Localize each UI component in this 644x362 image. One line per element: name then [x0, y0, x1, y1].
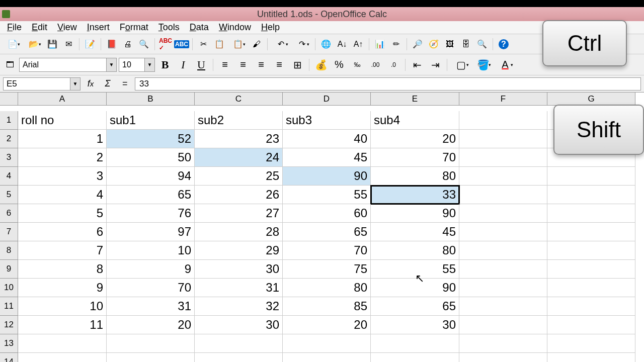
- delete-decimal-button[interactable]: .0: [385, 57, 401, 72]
- cell-D13[interactable]: [283, 334, 371, 353]
- cell-C13[interactable]: [195, 334, 283, 353]
- cell-E12[interactable]: 30: [371, 316, 459, 334]
- menu-file[interactable]: File: [2, 21, 27, 34]
- cell-C6[interactable]: 27: [195, 204, 283, 223]
- cell-E8[interactable]: 80: [371, 241, 459, 260]
- sort-desc-button[interactable]: A↑: [351, 37, 365, 51]
- bold-button[interactable]: B: [157, 57, 173, 72]
- cell-G11[interactable]: [547, 297, 635, 316]
- underline-button[interactable]: U: [193, 57, 209, 72]
- cell-G4[interactable]: [547, 167, 635, 186]
- menu-edit[interactable]: Edit: [27, 21, 52, 34]
- menu-insert[interactable]: Insert: [82, 21, 115, 34]
- function-wizard-button[interactable]: fx: [84, 77, 98, 90]
- cell-C4[interactable]: 25: [195, 167, 283, 186]
- cell-C8[interactable]: 29: [195, 241, 283, 260]
- cell-E4[interactable]: 80: [371, 167, 459, 186]
- cell-D12[interactable]: 20: [283, 316, 371, 334]
- find-button[interactable]: 🔎: [411, 37, 425, 51]
- font-size-combo[interactable]: 10 ▼: [119, 58, 155, 72]
- cell-D10[interactable]: 80: [283, 279, 371, 297]
- merge-cells-button[interactable]: ⊞: [289, 57, 305, 72]
- cell-B11[interactable]: 31: [107, 297, 195, 316]
- cell-B3[interactable]: 50: [107, 148, 195, 167]
- hyperlink-button[interactable]: 🌐: [319, 37, 333, 51]
- cell-A8[interactable]: 7: [18, 241, 107, 260]
- print-preview-button[interactable]: 🔍: [137, 37, 151, 51]
- font-name-combo[interactable]: Arial ▼: [19, 58, 117, 72]
- cell-B9[interactable]: 9: [107, 260, 195, 279]
- cell-B1[interactable]: sub1: [107, 111, 195, 130]
- new-doc-button[interactable]: 📄: [3, 37, 22, 51]
- font-color-button[interactable]: A: [495, 57, 515, 72]
- cell-G8[interactable]: [547, 241, 635, 260]
- col-header-G[interactable]: G: [547, 93, 635, 106]
- cell-B4[interactable]: 94: [107, 167, 195, 186]
- align-center-button[interactable]: ≡: [235, 57, 251, 72]
- cell-D14[interactable]: [283, 353, 371, 362]
- cell-G7[interactable]: [547, 223, 635, 241]
- open-button[interactable]: 📂: [24, 37, 43, 51]
- cell-A12[interactable]: 11: [18, 316, 107, 334]
- function-button[interactable]: =: [118, 77, 132, 90]
- select-all-corner[interactable]: [0, 93, 18, 106]
- navigator-button[interactable]: 🧭: [427, 37, 441, 51]
- edit-file-button[interactable]: 📝: [83, 37, 97, 51]
- bg-color-button[interactable]: 🪣: [473, 57, 493, 72]
- cell-E1[interactable]: sub4: [371, 111, 459, 130]
- cell-D9[interactable]: 75: [283, 260, 371, 279]
- cell-F11[interactable]: [459, 297, 547, 316]
- cell-E5[interactable]: 33: [371, 186, 459, 204]
- row-header-10[interactable]: 10: [0, 279, 18, 297]
- cell-B5[interactable]: 65: [107, 186, 195, 204]
- col-header-A[interactable]: A: [18, 93, 107, 106]
- standard-format-button[interactable]: ‰: [349, 57, 365, 72]
- cell-C14[interactable]: [195, 353, 283, 362]
- cell-C12[interactable]: 30: [195, 316, 283, 334]
- col-header-D[interactable]: D: [283, 93, 371, 106]
- cell-D4[interactable]: 90: [283, 167, 371, 186]
- cell-F10[interactable]: [459, 279, 547, 297]
- styles-button[interactable]: 🗔: [3, 58, 17, 72]
- cell-A11[interactable]: 10: [18, 297, 107, 316]
- cell-C7[interactable]: 28: [195, 223, 283, 241]
- row-header-11[interactable]: 11: [0, 297, 18, 316]
- row-header-7[interactable]: 7: [0, 223, 18, 241]
- cell-D7[interactable]: 65: [283, 223, 371, 241]
- cell-C11[interactable]: 32: [195, 297, 283, 316]
- sum-button[interactable]: Σ: [101, 77, 115, 90]
- cell-G5[interactable]: [547, 186, 635, 204]
- cell-G6[interactable]: [547, 204, 635, 223]
- decrease-indent-button[interactable]: ⇤: [409, 57, 425, 72]
- row-header-5[interactable]: 5: [0, 186, 18, 204]
- cell-B2[interactable]: 52: [107, 130, 195, 148]
- cell-B12[interactable]: 20: [107, 316, 195, 334]
- cell-C3[interactable]: 24: [195, 148, 283, 167]
- cell-C9[interactable]: 30: [195, 260, 283, 279]
- cell-G14[interactable]: [547, 353, 635, 362]
- row-header-13[interactable]: 13: [0, 334, 18, 353]
- cell-F5[interactable]: [459, 186, 547, 204]
- cell-B10[interactable]: 70: [107, 279, 195, 297]
- cell-D2[interactable]: 40: [283, 130, 371, 148]
- cell-A6[interactable]: 5: [18, 204, 107, 223]
- cell-E2[interactable]: 20: [371, 130, 459, 148]
- row-header-2[interactable]: 2: [0, 130, 18, 148]
- row-header-9[interactable]: 9: [0, 260, 18, 279]
- print-button[interactable]: 🖨: [121, 37, 135, 51]
- menu-format[interactable]: Format: [115, 21, 153, 34]
- cell-F7[interactable]: [459, 223, 547, 241]
- cell-G13[interactable]: [547, 334, 635, 353]
- cell-E13[interactable]: [371, 334, 459, 353]
- cell-A4[interactable]: 3: [18, 167, 107, 186]
- menu-view[interactable]: View: [52, 21, 82, 34]
- menu-tools[interactable]: Tools: [153, 21, 185, 34]
- cell-E14[interactable]: [371, 353, 459, 362]
- menu-data[interactable]: Data: [185, 21, 214, 34]
- cell-B7[interactable]: 97: [107, 223, 195, 241]
- row-header-6[interactable]: 6: [0, 204, 18, 223]
- sort-asc-button[interactable]: A↓: [335, 37, 349, 51]
- cell-C1[interactable]: sub2: [195, 111, 283, 130]
- email-button[interactable]: ✉: [61, 37, 75, 51]
- cell-E6[interactable]: 90: [371, 204, 459, 223]
